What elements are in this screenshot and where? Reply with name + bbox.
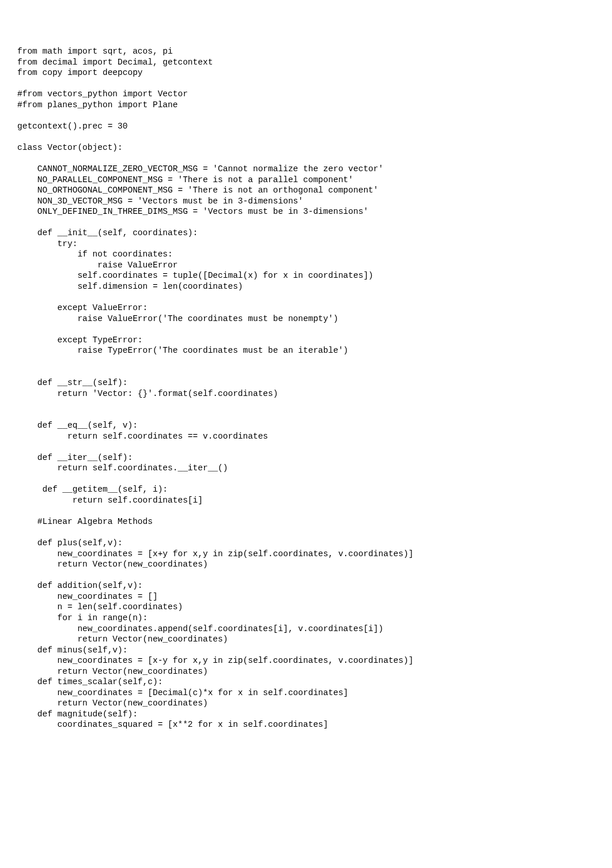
code-block: from math import sqrt, acos, pi from dec… <box>17 46 595 730</box>
code-document: from math import sqrt, acos, pi from dec… <box>0 0 612 748</box>
